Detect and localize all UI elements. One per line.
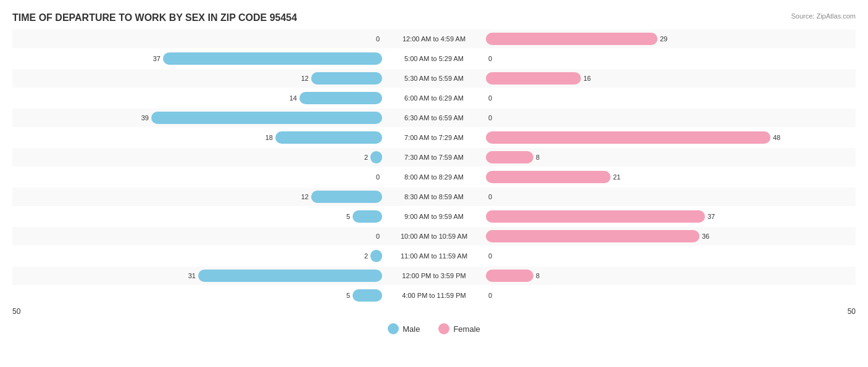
male-bar-wrap: 12	[12, 191, 385, 203]
male-value: 0	[376, 173, 380, 181]
female-bar-wrap: 16	[483, 72, 856, 85]
legend: Male Female	[12, 323, 856, 334]
male-value: 0	[376, 233, 380, 240]
table-row: 39 6:30 AM to 6:59 AM 0	[12, 109, 856, 127]
table-row: 31 12:00 PM to 3:59 PM 8	[12, 266, 856, 285]
time-label: 10:00 AM to 10:59 AM	[385, 233, 483, 240]
male-value: 31	[188, 272, 196, 279]
chart-title: TIME OF DEPARTURE TO WORK BY SEX IN ZIP …	[12, 12, 856, 23]
female-bar-wrap: 0	[483, 114, 856, 122]
time-label: 5:30 AM to 5:59 AM	[385, 75, 483, 82]
table-row: 5 9:00 AM to 9:59 AM 37	[12, 207, 856, 226]
table-row: 0 10:00 AM to 10:59 AM 36	[12, 227, 856, 245]
male-bar-wrap: 0	[12, 35, 385, 43]
female-value: 0	[488, 114, 492, 122]
male-value: 5	[346, 292, 350, 299]
time-label: 6:00 AM to 6:29 AM	[385, 94, 483, 102]
female-bar-wrap: 37	[483, 210, 856, 223]
table-row: 0 8:00 AM to 8:29 AM 21	[12, 168, 856, 186]
male-value: 12	[301, 193, 309, 200]
table-row: 37 5:00 AM to 5:29 AM 0	[12, 49, 856, 68]
male-value: 37	[153, 55, 161, 62]
female-value: 48	[773, 134, 780, 141]
female-bar-wrap: 29	[483, 33, 856, 45]
male-bar-wrap: 14	[12, 92, 385, 104]
table-row: 12 8:30 AM to 8:59 AM 0	[12, 188, 856, 206]
male-value: 39	[141, 114, 149, 122]
male-bar	[370, 250, 382, 262]
female-value: 0	[488, 292, 492, 299]
male-value: 2	[364, 252, 368, 260]
female-value: 0	[488, 252, 492, 260]
male-bar-wrap: 39	[12, 112, 385, 124]
female-bar-wrap: 48	[483, 131, 856, 144]
female-bar	[486, 151, 533, 163]
male-bar	[311, 191, 382, 203]
legend-male: Male	[388, 323, 420, 334]
male-bar-wrap: 5	[12, 289, 385, 302]
male-bar	[275, 131, 382, 144]
female-bar	[486, 230, 699, 242]
table-row: 2 11:00 AM to 11:59 AM 0	[12, 247, 856, 265]
male-bar	[151, 112, 382, 124]
female-bar	[486, 270, 533, 282]
male-bar-wrap: 37	[12, 52, 385, 65]
legend-male-icon	[388, 323, 399, 334]
female-bar-wrap: 8	[483, 270, 856, 282]
time-label: 4:00 PM to 11:59 PM	[385, 292, 483, 299]
legend-male-label: Male	[403, 324, 420, 334]
female-value: 37	[707, 213, 715, 220]
male-bar-wrap: 12	[12, 72, 385, 85]
female-value: 21	[613, 173, 620, 181]
table-row: 0 12:00 AM to 4:59 AM 29	[12, 30, 856, 48]
male-bar-wrap: 31	[12, 270, 385, 282]
source-label: Source: ZipAtlas.com	[791, 12, 856, 20]
female-bar-wrap: 21	[483, 171, 856, 183]
male-value: 0	[376, 35, 380, 43]
female-bar-wrap: 0	[483, 55, 856, 62]
male-bar	[353, 289, 382, 302]
male-bar	[198, 270, 382, 282]
time-label: 11:00 AM to 11:59 AM	[385, 252, 483, 260]
female-value: 36	[702, 233, 709, 240]
female-value: 8	[536, 154, 540, 161]
table-row: 2 7:30 AM to 7:59 AM 8	[12, 148, 856, 167]
time-label: 5:00 AM to 5:29 AM	[385, 55, 483, 62]
legend-female-label: Female	[453, 324, 480, 334]
male-bar-wrap: 0	[12, 173, 385, 181]
female-bar-wrap: 0	[483, 193, 856, 200]
axis-right: 50	[848, 307, 856, 316]
axis-labels: 50 50	[12, 307, 856, 318]
female-bar-wrap: 8	[483, 151, 856, 163]
female-bar	[486, 171, 611, 183]
male-bar	[311, 72, 382, 85]
male-bar	[299, 92, 382, 104]
male-value: 18	[265, 134, 273, 141]
female-value: 8	[536, 272, 540, 279]
female-bar-wrap: 0	[483, 94, 856, 102]
female-bar	[486, 33, 657, 45]
time-label: 12:00 AM to 4:59 AM	[385, 35, 483, 43]
time-label: 7:00 AM to 7:29 AM	[385, 134, 483, 141]
table-row: 14 6:00 AM to 6:29 AM 0	[12, 89, 856, 107]
chart-area: 0 12:00 AM to 4:59 AM 29 37 5:00 AM to 5…	[12, 30, 856, 305]
time-label: 8:30 AM to 8:59 AM	[385, 193, 483, 200]
male-bar-wrap: 0	[12, 233, 385, 240]
time-label: 12:00 PM to 3:59 PM	[385, 272, 483, 279]
female-value: 29	[660, 35, 667, 43]
female-value: 0	[488, 55, 492, 62]
male-value: 2	[364, 154, 368, 161]
axis-left: 50	[12, 307, 20, 316]
table-row: 18 7:00 AM to 7:29 AM 48	[12, 128, 856, 147]
female-value: 16	[583, 75, 591, 82]
male-bar	[370, 151, 382, 163]
female-bar-wrap: 0	[483, 252, 856, 260]
female-bar	[486, 131, 770, 144]
male-bar-wrap: 18	[12, 131, 385, 144]
time-label: 9:00 AM to 9:59 AM	[385, 213, 483, 220]
male-value: 14	[290, 94, 297, 102]
male-bar-wrap: 2	[12, 151, 385, 163]
time-label: 7:30 AM to 7:59 AM	[385, 154, 483, 161]
time-label: 6:30 AM to 6:59 AM	[385, 114, 483, 122]
legend-female: Female	[438, 323, 480, 334]
